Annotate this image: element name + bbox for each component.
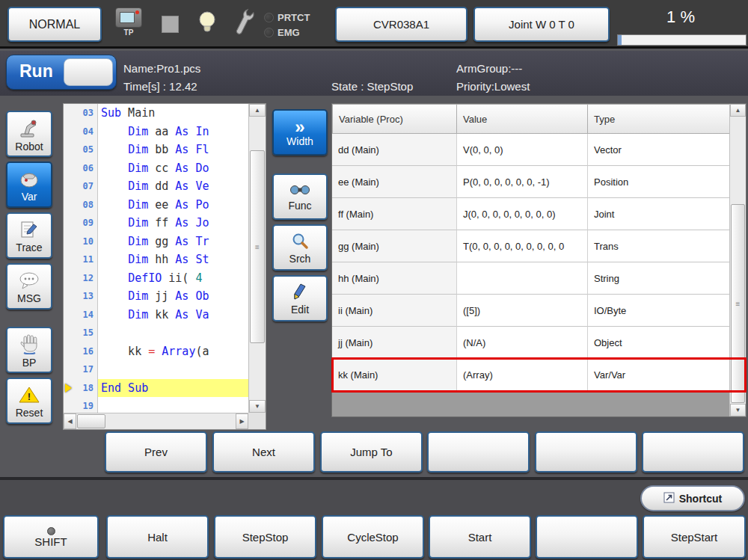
code-line[interactable]: 13 Dim jj As Ob bbox=[64, 287, 248, 306]
code-token: jj bbox=[148, 289, 175, 303]
joint-mode-button[interactable]: Joint W 0 T 0 bbox=[473, 7, 610, 42]
code-token bbox=[101, 125, 128, 138]
code-token: (a bbox=[195, 345, 209, 358]
scroll-down-arrow[interactable]: ▼ bbox=[249, 400, 266, 413]
trace-icon bbox=[19, 220, 39, 241]
sidebar-item-msg[interactable]: MSG bbox=[6, 263, 52, 310]
nav-button-empty-3[interactable] bbox=[642, 431, 744, 473]
code-token: As bbox=[175, 216, 188, 230]
run-toggle-knob[interactable] bbox=[64, 58, 113, 86]
safety-led-block: PRTCT EMG bbox=[264, 10, 310, 40]
table-row-selected[interactable]: kk (Main)(Array)Var/Var bbox=[332, 359, 746, 391]
table-vertical-scrollbar[interactable]: ▲ ≡ ▼ bbox=[729, 104, 746, 416]
column-header-type[interactable]: Type bbox=[588, 104, 730, 134]
shift-button[interactable]: SHIFT bbox=[3, 515, 99, 559]
sidebar-item-bp[interactable]: BP bbox=[6, 327, 52, 373]
cell-variable: hh (Main) bbox=[332, 262, 457, 295]
line-gutter: 15 bbox=[64, 324, 98, 342]
table-row[interactable]: hh (Main)String bbox=[332, 262, 746, 295]
code-line[interactable]: 18End Sub bbox=[64, 379, 248, 398]
table-row[interactable]: ee (Main)P(0, 0, 0, 0, 0, 0, -1)Position bbox=[332, 166, 746, 198]
vertical-scroll-thumb[interactable]: ≡ bbox=[731, 204, 745, 403]
code-token: Main bbox=[121, 106, 155, 120]
code-line[interactable]: 07 Dim dd As Ve bbox=[64, 177, 248, 196]
nav-button-empty-1[interactable] bbox=[427, 431, 530, 473]
code-line[interactable]: 03Sub Main bbox=[64, 104, 248, 123]
line-gutter: 03 bbox=[64, 104, 98, 123]
scroll-right-arrow[interactable]: ▶ bbox=[236, 413, 248, 429]
line-gutter: 06 bbox=[64, 159, 98, 178]
code-token: Fl bbox=[195, 143, 209, 156]
line-number: 13 bbox=[83, 291, 97, 301]
sidebar-item-reset[interactable]: ! Reset bbox=[6, 378, 52, 424]
table-row[interactable]: gg (Main)T(0, 0, 0, 0, 0, 0, 0, 0, 0Tran… bbox=[332, 230, 746, 262]
code-token: As bbox=[175, 179, 188, 193]
stepstart-button[interactable]: StepStart bbox=[643, 515, 746, 559]
next-button[interactable]: Next bbox=[212, 431, 315, 473]
sidebar-item-trace[interactable]: Trace bbox=[6, 212, 52, 259]
vertical-scroll-thumb[interactable]: ≡ bbox=[250, 150, 265, 343]
code-line[interactable]: 06 Dim cc As Do bbox=[64, 159, 248, 178]
code-token: dd bbox=[148, 179, 175, 193]
stepstop-button[interactable]: StepStop bbox=[214, 515, 316, 559]
code-line[interactable]: 15 bbox=[64, 324, 248, 342]
scroll-up-arrow[interactable]: ▲ bbox=[249, 104, 266, 117]
code-line[interactable]: 10 Dim gg As Tr bbox=[64, 233, 248, 251]
code-line[interactable]: 14 Dim kk As Va bbox=[64, 306, 248, 324]
line-gutter: 19 bbox=[64, 397, 98, 413]
jump-to-button[interactable]: Jump To bbox=[320, 431, 423, 473]
line-number: 07 bbox=[83, 181, 97, 191]
line-number: 09 bbox=[83, 218, 97, 228]
table-row[interactable]: dd (Main)V(0, 0, 0)Vector bbox=[332, 134, 746, 166]
column-header-value[interactable]: Value bbox=[457, 104, 588, 134]
tool-button-func[interactable]: Func bbox=[272, 173, 328, 220]
horizontal-scroll-thumb[interactable] bbox=[77, 414, 105, 428]
bottom-button-empty[interactable] bbox=[536, 515, 638, 559]
code-line[interactable]: 16 kk = Array(a bbox=[64, 342, 248, 361]
tool-button-edit[interactable]: Edit bbox=[272, 275, 328, 321]
code-line[interactable]: 09 Dim ff As Jo bbox=[64, 214, 248, 233]
scroll-left-arrow[interactable]: ◀ bbox=[64, 413, 76, 429]
current-line-marker-icon bbox=[65, 384, 72, 393]
editor-horizontal-scrollbar[interactable]: ◀ ▶ bbox=[64, 413, 248, 429]
cyclestop-button[interactable]: CycleStop bbox=[322, 515, 424, 559]
sidebar-item-var[interactable]: Var bbox=[6, 161, 52, 208]
code-lines[interactable]: 03Sub Main04 Dim aa As In05 Dim bb As Fl… bbox=[64, 104, 248, 413]
nav-button-empty-2[interactable] bbox=[535, 431, 637, 473]
code-line[interactable]: 08 Dim ee As Po bbox=[64, 196, 248, 215]
shift-button-label: SHIFT bbox=[34, 535, 67, 548]
shortcut-button[interactable]: Shortcut bbox=[640, 485, 745, 511]
column-header-variable[interactable]: Variable (Proc) bbox=[332, 104, 457, 134]
code-line[interactable]: 04 Dim aa As In bbox=[64, 123, 248, 141]
code-line[interactable]: 12 DefIO ii( 4 bbox=[64, 269, 248, 288]
table-row[interactable]: jj (Main)(N/A)Object bbox=[332, 327, 746, 359]
tool-button-width[interactable]: » Width bbox=[272, 109, 328, 156]
mode-button[interactable]: NORMAL bbox=[7, 7, 102, 42]
sidebar-item-robot[interactable]: Robot bbox=[6, 111, 52, 157]
tool-button-label: Width bbox=[286, 135, 313, 147]
line-text: Dim kk As Va bbox=[98, 306, 248, 324]
cell-value: ([5]) bbox=[457, 295, 588, 327]
start-button[interactable]: Start bbox=[429, 515, 531, 559]
table-row[interactable]: ff (Main)J(0, 0, 0, 0, 0, 0, 0, 0)Joint bbox=[332, 198, 746, 230]
project-button[interactable]: CVR038A1 bbox=[335, 7, 468, 42]
tool-button-search[interactable]: Srch bbox=[272, 224, 328, 271]
line-gutter: 05 bbox=[64, 141, 98, 159]
line-gutter: 09 bbox=[64, 214, 98, 233]
editor-vertical-scrollbar[interactable]: ▲ ≡ ▼ bbox=[248, 104, 266, 413]
halt-button[interactable]: Halt bbox=[106, 515, 209, 559]
prev-button[interactable]: Prev bbox=[105, 431, 207, 473]
code-editor[interactable]: 03Sub Main04 Dim aa As In05 Dim bb As Fl… bbox=[63, 103, 266, 430]
code-line[interactable]: 19 bbox=[64, 397, 248, 413]
scroll-up-arrow[interactable]: ▲ bbox=[730, 104, 746, 117]
line-gutter: 08 bbox=[64, 196, 98, 215]
code-token: Array bbox=[162, 345, 195, 358]
line-text: DefIO ii( 4 bbox=[98, 269, 248, 288]
code-line[interactable]: 11 Dim hh As St bbox=[64, 250, 248, 269]
table-row[interactable]: ii (Main)([5])IO/Byte bbox=[332, 295, 746, 327]
run-toggle[interactable]: Run bbox=[6, 55, 117, 90]
code-line[interactable]: 17 bbox=[64, 360, 248, 379]
program-state: State : StepStop bbox=[331, 80, 413, 93]
scroll-down-arrow[interactable]: ▼ bbox=[730, 404, 746, 416]
code-line[interactable]: 05 Dim bb As Fl bbox=[64, 141, 248, 159]
